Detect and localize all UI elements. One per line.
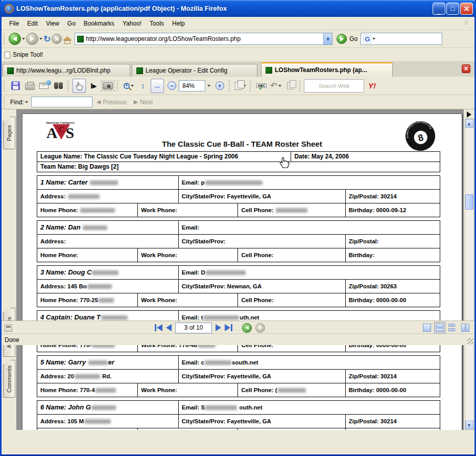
tab-lodbinit[interactable]: http://www.leagu...rg/LODBInit.php xyxy=(3,64,130,77)
player-block: 5 Name: Garry erEmail: csouth.netAddress… xyxy=(37,355,440,397)
fit-width-button[interactable]: ↔ xyxy=(151,79,164,93)
fit-page-button[interactable]: ↕ xyxy=(136,79,150,93)
search-web-input[interactable]: Search Web xyxy=(304,79,364,93)
roster-row: 3 Name: Doug CEmail: D xyxy=(37,265,440,280)
roster-cell-email: Email: p xyxy=(178,176,440,189)
back-button[interactable] xyxy=(9,33,25,45)
stop-button[interactable]: ✕ xyxy=(52,34,62,44)
search-document-button[interactable] xyxy=(52,79,65,93)
roster-cell-email: Email: csouth.net xyxy=(178,356,440,369)
roster-cell-address: Address: 105 M xyxy=(37,415,178,428)
print-button[interactable] xyxy=(23,79,36,93)
web-search-input[interactable]: G xyxy=(361,33,442,45)
right-rail: ▲ ▼ xyxy=(463,109,474,430)
sidebar-tab-pages[interactable]: Pages xyxy=(3,117,15,149)
page-number-input[interactable]: 3 of 10 xyxy=(175,323,212,333)
find-next-button[interactable]: ▶ Next xyxy=(134,99,153,106)
undo-button[interactable]: ↶ xyxy=(269,79,282,93)
scrollbar-thumb[interactable] xyxy=(465,194,473,210)
roster-cell-zip: Zip/Postal: 30214 xyxy=(345,415,440,428)
copy-button[interactable] xyxy=(283,79,297,93)
menu-view[interactable]: View xyxy=(42,18,63,29)
email-button[interactable] xyxy=(37,79,51,93)
close-button[interactable]: ✕ xyxy=(460,3,473,15)
go-label[interactable]: Go xyxy=(349,35,358,42)
find-label: Find: xyxy=(10,99,24,106)
forward-button[interactable] xyxy=(26,33,42,45)
last-page-button[interactable] xyxy=(225,324,232,331)
next-view-button[interactable] xyxy=(255,323,265,333)
previous-label: Previous xyxy=(103,99,127,106)
menu-bookmarks[interactable]: Bookmarks xyxy=(80,18,118,29)
date-cell: Date: May 24, 2006 xyxy=(291,152,440,162)
panel-expand-icon[interactable] xyxy=(467,111,471,118)
menu-tools[interactable]: Tools xyxy=(146,18,168,29)
next-page-button[interactable] xyxy=(216,324,221,331)
find-dropdown[interactable] xyxy=(25,101,28,103)
page-options-button[interactable] xyxy=(234,79,247,93)
menu-edit[interactable]: Edit xyxy=(23,18,41,29)
yahoo-button[interactable]: Y! xyxy=(368,81,376,90)
next-page-icon xyxy=(216,324,221,331)
previous-page-button[interactable] xyxy=(166,324,172,331)
vertical-scrollbar[interactable]: ▲ ▼ xyxy=(465,119,474,430)
menu-help[interactable]: Help xyxy=(169,18,188,29)
next-view-icon xyxy=(259,326,262,330)
continuous-facing-layout-button[interactable] xyxy=(448,324,457,332)
reload-button[interactable]: ↻ xyxy=(43,34,51,44)
url-text[interactable]: http://www.leagueoperator.org/LOShowTeam… xyxy=(86,35,323,42)
select-tool-button[interactable]: I▸ xyxy=(87,79,100,93)
scroll-down-icon[interactable]: ▼ xyxy=(465,421,473,429)
minimize-button[interactable]: _ xyxy=(433,3,445,15)
home-button[interactable] xyxy=(63,34,72,43)
zoom-in-button[interactable]: + xyxy=(213,79,226,93)
scroll-up-icon[interactable]: ▲ xyxy=(465,119,473,128)
menu-go[interactable]: Go xyxy=(64,18,79,29)
roster-cell-home: Home Phone: xyxy=(37,428,137,430)
toolbar-grip[interactable] xyxy=(4,33,7,44)
google-icon[interactable]: G xyxy=(363,35,371,43)
last-page-icon xyxy=(225,324,230,331)
find-input[interactable] xyxy=(31,97,92,107)
zoom-out-button[interactable]: − xyxy=(165,79,178,93)
spellcheck-button[interactable]: ABC xyxy=(255,79,268,93)
hand-tool-button[interactable] xyxy=(73,79,86,93)
plus-icon: + xyxy=(216,81,224,90)
spellcheck-icon: ABC xyxy=(256,83,266,88)
find-previous-button[interactable]: ◀ Previous xyxy=(97,99,127,106)
zoom-in-tool-button[interactable]: + xyxy=(122,79,135,93)
player-block: 3 Name: Doug CEmail: DAddress: 145 BoCit… xyxy=(37,265,440,307)
menu-file[interactable]: File xyxy=(6,18,22,29)
zoom-dropdown[interactable] xyxy=(207,85,210,87)
zoom-level-input[interactable]: 84% xyxy=(179,80,205,92)
address-dropdown-button[interactable]: ▼ xyxy=(323,33,332,44)
search-engine-dropdown[interactable] xyxy=(372,38,375,40)
save-button[interactable] xyxy=(9,79,22,93)
email-icon xyxy=(39,83,49,89)
single-page-layout-button[interactable] xyxy=(423,324,431,332)
snapshot-button[interactable] xyxy=(101,79,114,93)
print-icon xyxy=(25,83,35,90)
roster-cell-name: 2 Name: Dan xyxy=(37,221,178,234)
document-title: The Classic Cue 8-Ball - TEAM Roster She… xyxy=(22,140,462,148)
facing-layout-button[interactable] xyxy=(461,324,469,332)
toolbar-options-icon[interactable] xyxy=(5,324,12,332)
continuous-layout-button[interactable] xyxy=(436,324,444,332)
hand-icon xyxy=(75,81,83,90)
bookmark-snipe-tool[interactable]: Snipe Tool! xyxy=(13,51,43,58)
scrollbar-track[interactable] xyxy=(465,128,473,421)
first-page-button[interactable] xyxy=(155,324,162,331)
tab-close-button[interactable]: ✕ xyxy=(462,64,470,73)
go-button[interactable] xyxy=(337,34,347,44)
resize-grip[interactable] xyxy=(467,338,473,344)
maximize-button[interactable]: □ xyxy=(446,3,459,15)
address-bar[interactable]: http://www.leagueoperator.org/LOShowTeam… xyxy=(75,33,332,45)
sidebar-tab-comments[interactable]: Comments xyxy=(3,360,15,398)
menu-yahoo[interactable]: Yahoo! xyxy=(119,18,145,29)
previous-view-button[interactable] xyxy=(242,323,252,333)
roster-row: Address: City/State/Prov: Fayetteville, … xyxy=(37,189,440,203)
tab-edit-config[interactable]: League Operator - Edit Config xyxy=(132,64,257,77)
roster-cell-cell: Cell Phone: xyxy=(237,203,345,217)
previous-page-icon xyxy=(166,324,172,331)
tab-team-rosters-active[interactable]: LOShowTeamRosters.php (ap... xyxy=(261,62,393,77)
